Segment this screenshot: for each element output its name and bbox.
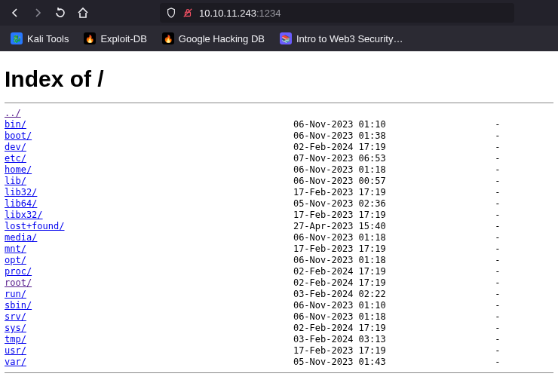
bookmark-item[interactable]: 🔥Exploit-DB — [79, 29, 151, 47]
bookmark-favicon: 🐉 — [11, 32, 23, 44]
directory-link[interactable]: ../ — [5, 108, 21, 118]
forward-button[interactable] — [32, 7, 44, 19]
address-bar[interactable]: 10.10.11.243:1234 — [160, 3, 514, 23]
divider — [5, 103, 553, 103]
directory-listing: ../ bin/ 06-Nov-2023 01:10 - boot/ 06-No… — [5, 108, 553, 368]
directory-link[interactable]: bin/ — [5, 119, 26, 130]
directory-link[interactable]: opt/ — [5, 255, 26, 265]
browser-toolbar: 10.10.11.243:1234 — [0, 0, 558, 26]
page-content: Index of / ../ bin/ 06-Nov-2023 01:10 - … — [0, 51, 558, 373]
home-button[interactable] — [77, 7, 89, 19]
bookmark-label: Exploit-DB — [100, 33, 146, 44]
bookmark-favicon: 🔥 — [162, 32, 174, 44]
directory-link[interactable]: root/ — [5, 277, 32, 288]
directory-link[interactable]: usr/ — [5, 345, 26, 356]
directory-link[interactable]: srv/ — [5, 311, 26, 322]
bookmark-label: Google Hacking DB — [179, 33, 265, 44]
bookmark-item[interactable]: 🔥Google Hacking DB — [158, 29, 269, 47]
directory-link[interactable]: etc/ — [5, 153, 26, 164]
directory-link[interactable]: dev/ — [5, 142, 26, 152]
directory-link[interactable]: mnt/ — [5, 243, 26, 254]
bookmark-label: Intro to Web3 Security… — [296, 33, 403, 44]
directory-link[interactable]: lib/ — [5, 176, 26, 186]
directory-link[interactable]: lib32/ — [5, 187, 37, 198]
bookmarks-toolbar: 🐉Kali Tools🔥Exploit-DB🔥Google Hacking DB… — [0, 26, 558, 51]
reload-button[interactable] — [54, 7, 66, 19]
directory-link[interactable]: proc/ — [5, 266, 32, 277]
back-button[interactable] — [9, 7, 21, 19]
page-title: Index of / — [5, 66, 553, 92]
bookmark-favicon: 🔥 — [84, 32, 96, 44]
directory-link[interactable]: sbin/ — [5, 300, 32, 311]
directory-link[interactable]: media/ — [5, 232, 37, 243]
bookmark-label: Kali Tools — [27, 33, 69, 44]
bookmark-item[interactable]: 📚Intro to Web3 Security… — [275, 29, 407, 47]
directory-link[interactable]: var/ — [5, 357, 26, 367]
nav-buttons — [9, 7, 89, 19]
divider — [5, 372, 553, 373]
lock-insecure-icon — [182, 8, 193, 18]
directory-link[interactable]: tmp/ — [5, 334, 26, 345]
directory-link[interactable]: lib64/ — [5, 198, 37, 209]
directory-link[interactable]: sys/ — [5, 323, 26, 333]
directory-link[interactable]: boot/ — [5, 130, 32, 141]
directory-link[interactable]: lost+found/ — [5, 221, 64, 231]
bookmark-favicon: 📚 — [280, 32, 292, 44]
shield-icon — [166, 8, 176, 18]
directory-link[interactable]: run/ — [5, 289, 26, 299]
url-text: 10.10.11.243:1234 — [199, 8, 281, 19]
directory-link[interactable]: libx32/ — [5, 210, 43, 220]
bookmark-item[interactable]: 🐉Kali Tools — [6, 29, 73, 47]
directory-link[interactable]: home/ — [5, 164, 32, 175]
